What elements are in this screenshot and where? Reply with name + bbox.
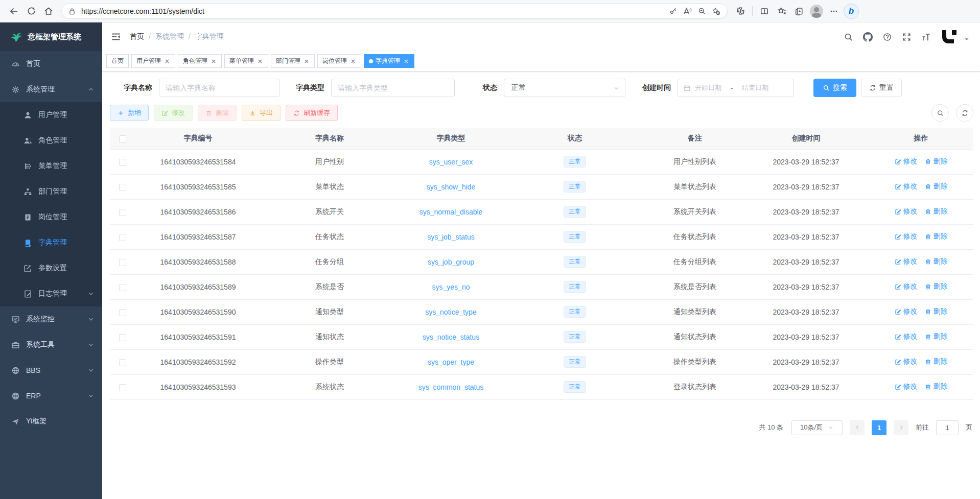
sidebar-item-home[interactable]: 首页 — [0, 51, 102, 77]
github-icon[interactable] — [863, 32, 873, 42]
tab-岗位管理[interactable]: 岗位管理 — [317, 54, 361, 68]
app-logo[interactable]: 意框架管理系统 — [0, 22, 102, 51]
address-bar[interactable]: https://ccnetcore.com:1101/system/dict — [61, 3, 728, 19]
breadcrumb-item-0[interactable]: 首页 — [130, 32, 144, 41]
header-search-icon[interactable] — [844, 32, 853, 42]
reset-button[interactable]: 重置 — [861, 79, 902, 97]
edit-row-link[interactable]: 修改 — [895, 282, 918, 291]
browser-back-icon[interactable] — [5, 3, 22, 20]
tab-部门管理[interactable]: 部门管理 — [271, 54, 315, 68]
sidebar-item-dict[interactable]: 字典管理 — [0, 230, 102, 255]
dict-type-link[interactable]: sys_show_hide — [427, 183, 476, 191]
user-logo[interactable] — [941, 29, 958, 44]
password-key-icon[interactable] — [666, 4, 680, 18]
dict-type-link[interactable]: sys_notice_status — [423, 333, 479, 341]
row-checkbox[interactable] — [119, 384, 126, 391]
toggle-search-button[interactable] — [931, 104, 949, 122]
edit-row-link[interactable]: 修改 — [895, 332, 918, 341]
edit-row-link[interactable]: 修改 — [895, 157, 918, 166]
tab-用户管理[interactable]: 用户管理 — [131, 54, 175, 68]
delete-row-link[interactable]: 删除 — [925, 157, 948, 166]
dict-type-link[interactable]: sys_job_group — [428, 258, 474, 266]
goto-page-input[interactable] — [936, 420, 959, 435]
profile-avatar[interactable] — [808, 3, 825, 20]
user-menu-caret-icon[interactable] — [964, 36, 970, 42]
tab-菜单管理[interactable]: 菜单管理 — [224, 54, 268, 68]
sidebar-item-user[interactable]: 用户管理 — [0, 102, 102, 128]
sidebar-item-log[interactable]: 日志管理 — [0, 281, 102, 306]
row-checkbox[interactable] — [119, 309, 126, 316]
edit-row-link[interactable]: 修改 — [895, 257, 918, 266]
dict-type-link[interactable]: sys_common_status — [418, 383, 484, 391]
edit-button[interactable]: 修改 — [154, 105, 193, 121]
delete-row-link[interactable]: 删除 — [925, 282, 948, 291]
row-checkbox[interactable] — [119, 284, 126, 291]
delete-row-link[interactable]: 删除 — [925, 207, 948, 216]
delete-row-link[interactable]: 删除 — [925, 357, 948, 366]
tab-字典管理[interactable]: 字典管理 — [364, 54, 414, 68]
delete-row-link[interactable]: 删除 — [925, 257, 948, 266]
edit-row-link[interactable]: 修改 — [895, 182, 918, 191]
tab-角色管理[interactable]: 角色管理 — [178, 54, 222, 68]
sidebar-item-erp[interactable]: ERP — [0, 383, 102, 409]
dict-type-link[interactable]: sys_user_sex — [429, 158, 473, 166]
prev-page-button[interactable] — [850, 420, 865, 435]
search-button[interactable]: 搜索 — [813, 79, 856, 97]
favorites-icon[interactable] — [773, 3, 790, 20]
status-select[interactable]: 正常 — [504, 79, 625, 97]
edit-row-link[interactable]: 修改 — [895, 357, 918, 366]
split-screen-icon[interactable] — [756, 3, 773, 20]
date-range-picker[interactable]: 开始日期 - 结束日期 — [678, 79, 794, 97]
sidebar-item-config[interactable]: 参数设置 — [0, 255, 102, 281]
dict-type-input[interactable] — [331, 79, 455, 97]
fullscreen-icon[interactable] — [902, 32, 912, 42]
sidebar-item-monitor[interactable]: 系统监控 — [0, 306, 102, 332]
row-checkbox[interactable] — [119, 209, 126, 216]
delete-row-link[interactable]: 删除 — [925, 182, 948, 191]
sidebar-item-tool[interactable]: 系统工具 — [0, 332, 102, 358]
page-size-select[interactable]: 10条/页 — [791, 420, 843, 435]
delete-row-link[interactable]: 删除 — [925, 382, 948, 391]
sidebar-item-post[interactable]: 岗位管理 — [0, 204, 102, 230]
dict-type-link[interactable]: sys_yes_no — [432, 283, 470, 291]
delete-button[interactable]: 删除 — [198, 105, 237, 121]
add-button[interactable]: 新增 — [110, 105, 149, 121]
browser-refresh-icon[interactable] — [22, 3, 40, 20]
row-checkbox[interactable] — [119, 159, 126, 166]
delete-row-link[interactable]: 删除 — [925, 332, 948, 341]
copilot-bing-icon[interactable]: b — [843, 3, 860, 20]
delete-row-link[interactable]: 删除 — [925, 307, 948, 316]
url-text[interactable]: https://ccnetcore.com:1101/system/dict — [81, 7, 666, 15]
tab-首页[interactable]: 首页 — [106, 54, 129, 68]
font-size-icon[interactable] — [921, 32, 931, 42]
next-page-button[interactable] — [894, 420, 908, 435]
edit-row-link[interactable]: 修改 — [895, 232, 918, 241]
dict-type-link[interactable]: sys_normal_disable — [419, 208, 483, 216]
export-button[interactable]: 导出 — [242, 105, 281, 121]
sidebar-item-menu[interactable]: 菜单管理 — [0, 153, 102, 179]
row-checkbox[interactable] — [119, 259, 126, 266]
zoom-out-icon[interactable] — [694, 4, 709, 18]
dict-type-link[interactable]: sys_notice_type — [425, 308, 476, 316]
page-number-current[interactable]: 1 — [872, 420, 886, 435]
read-aloud-icon[interactable] — [680, 4, 694, 18]
edit-row-link[interactable]: 修改 — [895, 207, 918, 216]
row-checkbox[interactable] — [119, 184, 126, 191]
help-icon[interactable] — [882, 32, 892, 42]
browser-menu-icon[interactable] — [825, 3, 843, 20]
refresh-cache-button[interactable]: 刷新缓存 — [286, 105, 338, 121]
browser-home-icon[interactable] — [40, 3, 57, 20]
edit-row-link[interactable]: 修改 — [895, 307, 918, 316]
sidebar-item-bbs[interactable]: BBS — [0, 358, 102, 383]
select-all-checkbox[interactable] — [119, 135, 126, 142]
sidebar-toggle-icon[interactable] — [110, 31, 122, 42]
dict-name-input[interactable] — [159, 79, 279, 97]
dict-type-link[interactable]: sys_job_status — [427, 233, 475, 241]
sidebar-item-dept[interactable]: 部门管理 — [0, 179, 102, 204]
sidebar-item-yi[interactable]: Yi框架 — [0, 409, 102, 434]
edit-row-link[interactable]: 修改 — [895, 382, 918, 391]
sidebar-item-system[interactable]: 系统管理 — [0, 77, 102, 102]
sidebar-item-role[interactable]: 角色管理 — [0, 128, 102, 153]
delete-row-link[interactable]: 删除 — [925, 232, 948, 241]
row-checkbox[interactable] — [119, 234, 126, 241]
